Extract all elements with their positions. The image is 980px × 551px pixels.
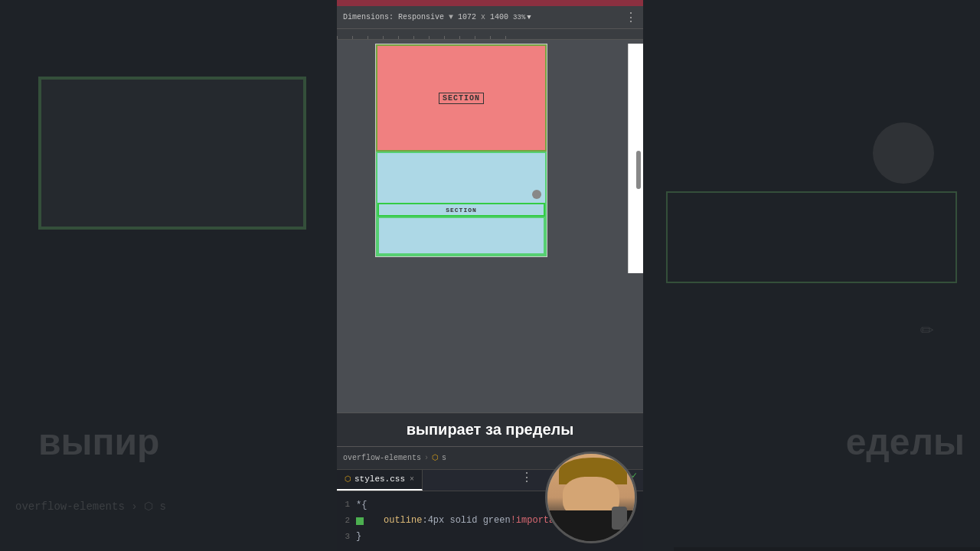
tick [459,36,475,39]
section-blue-top [377,153,545,203]
breadcrumb: overflow-elements › ⬡ s [343,453,446,462]
zoom-arrow: ▼ [527,14,531,21]
bg-right-text: еделы [846,421,965,463]
section-blue-bottom [377,217,545,255]
tick [383,36,398,39]
tick [490,36,505,39]
bg-right-rect [666,191,957,283]
tick [413,36,429,39]
code-asterisk: * [356,499,361,512]
bg-left-panel: выпир overflow-elements › ⬡ s [0,0,337,551]
scroll-indicator [532,190,541,199]
pencil-icon: ✏ [920,314,934,342]
bottom-bar [674,547,980,551]
tick [444,36,459,39]
tick [368,36,383,39]
section-label-bar: SECTION [377,203,545,217]
breadcrumb-file-icon: ⬡ [432,453,439,462]
viewport-width[interactable]: 1072 [458,13,476,21]
tick [398,36,413,39]
tab-styles-css[interactable]: ⬡ styles.css × [337,470,423,491]
line-number-2: 2 [337,515,356,527]
tick [337,36,352,39]
avatar-container [545,452,637,543]
section-pink-label: SECTION [439,93,484,104]
dim-sep: ▼ [449,13,453,21]
breadcrumb-file: s [442,454,446,462]
tab-label: styles.css [354,474,405,484]
breadcrumb-sep: › [424,454,429,462]
css-colon: : [422,514,427,527]
zoom-value: 33% [513,14,525,21]
tick [475,36,490,39]
responsive-label[interactable]: Dimensions: Responsive [343,13,444,21]
tick [505,36,521,39]
tab-close-button[interactable]: × [410,475,414,484]
subtitle-text: выпирает за пределы [343,421,637,439]
page-preview: SECTION SECTION [375,44,547,257]
bg-right-content: ✏ еделы [643,0,980,551]
bg-right-panel: ✏ еделы [643,0,980,551]
tab-icon: ⬡ [345,474,351,484]
top-red-bar [337,0,643,6]
tick [352,36,368,39]
scrollbar[interactable] [636,151,641,189]
bg-left-preview [38,77,306,230]
avatar-face [547,454,635,541]
viewport-height[interactable]: 1400 [490,13,508,21]
zoom-dropdown[interactable]: 33% ▼ [513,14,531,21]
color-swatch-green[interactable] [356,517,364,525]
devtools-toolbar: Dimensions: Responsive ▼ 1072 x 1400 33%… [337,6,643,29]
ruler-ticks [337,29,643,39]
bg-left-text: выпир [38,421,159,463]
tabs-more-button[interactable]: ⋮ [514,470,539,491]
bg-right-circle [873,122,934,184]
avatar [545,452,637,543]
tick [429,36,444,39]
more-button[interactable]: ⋮ [625,10,637,25]
breadcrumb-folder: overflow-elements [343,454,421,462]
code-close-brace: } [356,530,361,543]
subtitle-area: выпирает за пределы [337,412,643,446]
bg-left-content: выпир overflow-elements › ⬡ s [0,0,337,551]
ruler [337,29,643,40]
devtools-toolbar-left: Dimensions: Responsive ▼ 1072 x 1400 33%… [343,13,531,21]
viewport: SECTION SECTION [337,40,643,412]
section-blue-label: SECTION [446,207,477,214]
code-open-brace: { [361,499,367,512]
bg-breadcrumb-text: overflow-elements › ⬡ s [15,500,166,513]
bg-preview-inner [40,78,305,228]
css-property: outline [384,514,422,527]
bg-left-bottom: overflow-elements › ⬡ s [15,500,322,513]
section-pink: SECTION [376,44,547,152]
microphone-icon [612,507,627,530]
css-value: 4px solid green [428,514,511,527]
right-strip [628,44,643,273]
section-blue: SECTION [376,152,547,256]
dim-x: x [481,13,485,21]
line-number-1: 1 [337,499,356,510]
line-number-3: 3 [337,531,356,543]
